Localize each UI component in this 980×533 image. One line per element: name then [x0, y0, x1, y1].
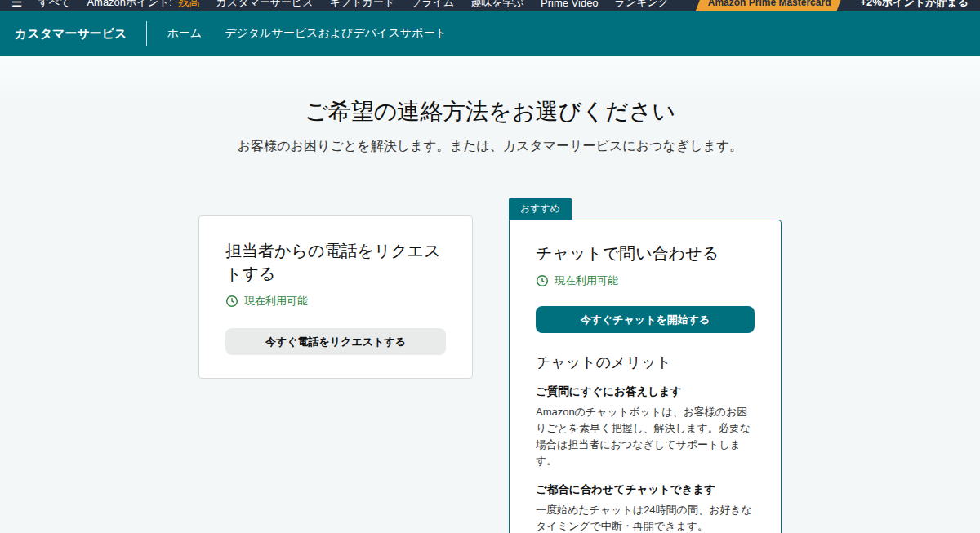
chat-availability-status: 現在利用可能: [536, 273, 755, 288]
nav-item-ranking[interactable]: ランキング: [615, 0, 670, 10]
phone-request-card: 担当者からの電話をリクエストする 現在利用可能 今すぐ電話をリクエストする: [198, 215, 473, 379]
nav-all-menu[interactable]: すべて: [38, 0, 70, 10]
promo-points-text: +2%ポイントが貯まる: [860, 0, 969, 10]
chat-card-title: チャットで問い合わせる: [536, 242, 755, 264]
contact-options: 担当者からの電話をリクエストする 現在利用可能 今すぐ電話をリクエストする おす…: [0, 198, 980, 533]
nav-customer-service-title[interactable]: カスタマーサービス: [15, 26, 127, 42]
page-title: ご希望の連絡方法をお選びください: [0, 96, 980, 127]
benefit-heading: ご質問にすぐにお答えします: [536, 384, 755, 399]
chat-benefits-title: チャットのメリット: [536, 353, 755, 372]
hamburger-menu-icon[interactable]: ☰: [11, 0, 21, 10]
start-chat-button[interactable]: 今すぐチャットを開始する: [536, 306, 755, 333]
phone-option-column: 担当者からの電話をリクエストする 現在利用可能 今すぐ電話をリクエストする: [198, 215, 473, 379]
clock-icon: [536, 274, 549, 287]
nav-tab-digital-device-support[interactable]: デジタルサービスおよびデバイスサポート: [225, 26, 447, 41]
customer-service-nav: カスタマーサービス ホーム デジタルサービスおよびデバイスサポート: [0, 11, 980, 56]
prime-mastercard-badge[interactable]: Amazon Prime Mastercard: [695, 0, 844, 11]
phone-availability-status: 現在利用可能: [225, 294, 446, 309]
nav-divider: [146, 21, 147, 46]
nav-item-gift-cards[interactable]: ギフトカード: [330, 0, 395, 10]
request-call-button[interactable]: 今すぐ電話をリクエストする: [225, 328, 446, 355]
nav-points[interactable]: Amazonポイント: 残高: [87, 0, 199, 10]
benefit-body: Amazonのチャットボットは、お客様のお困りごとを素早く把握し、解決します。必…: [536, 404, 755, 470]
main-content: ご希望の連絡方法をお選びください お客様のお困りごとを解決します。または、カスタ…: [0, 56, 980, 533]
chat-availability-label: 現在利用可能: [555, 273, 618, 288]
page-subtitle: お客様のお困りごとを解決します。または、カスタマーサービスにおつなぎします。: [0, 138, 980, 155]
clock-icon: [225, 295, 238, 308]
nav-item-hobby[interactable]: 趣味を学ぶ: [470, 0, 524, 10]
chat-contact-card: チャットで問い合わせる 現在利用可能 今すぐチャットを開始する チャットのメリッ…: [509, 220, 782, 533]
points-value: 残高: [179, 0, 200, 8]
phone-card-title: 担当者からの電話をリクエストする: [225, 239, 446, 285]
benefit-body: 一度始めたチャットは24時間の間、お好きなタイミングで中断・再開できます。: [536, 502, 755, 533]
nav-item-prime-video[interactable]: Prime Video: [541, 0, 599, 9]
nav-item-prime[interactable]: プライム: [411, 0, 454, 10]
chat-option-column: おすすめ チャットで問い合わせる 現在利用可能 今すぐチャットを開始する チャッ…: [509, 198, 782, 533]
nav-item-customer-service[interactable]: カスタマーサービス: [216, 0, 314, 10]
benefit-heading: ご都合に合わせてチャットできます: [536, 482, 755, 497]
phone-availability-label: 現在利用可能: [244, 294, 308, 309]
global-nav-bar: ☰ すべて Amazonポイント: 残高 カスタマーサービス ギフトカード プラ…: [0, 0, 980, 11]
points-label: Amazonポイント:: [87, 0, 172, 8]
recommended-badge: おすすめ: [509, 198, 572, 220]
nav-tab-home[interactable]: ホーム: [167, 26, 202, 41]
